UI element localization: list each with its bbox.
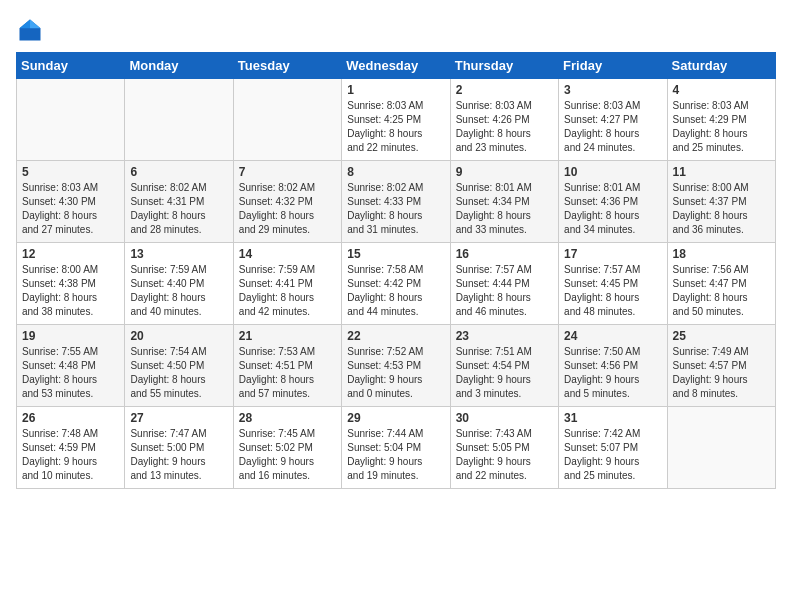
calendar-body: 1Sunrise: 8:03 AM Sunset: 4:25 PM Daylig… xyxy=(17,79,776,489)
day-info: Sunrise: 8:03 AM Sunset: 4:30 PM Dayligh… xyxy=(22,181,119,237)
calendar-cell: 19Sunrise: 7:55 AM Sunset: 4:48 PM Dayli… xyxy=(17,325,125,407)
day-number: 15 xyxy=(347,247,444,261)
calendar-cell: 12Sunrise: 8:00 AM Sunset: 4:38 PM Dayli… xyxy=(17,243,125,325)
calendar-week-1: 1Sunrise: 8:03 AM Sunset: 4:25 PM Daylig… xyxy=(17,79,776,161)
calendar-cell: 28Sunrise: 7:45 AM Sunset: 5:02 PM Dayli… xyxy=(233,407,341,489)
day-info: Sunrise: 7:54 AM Sunset: 4:50 PM Dayligh… xyxy=(130,345,227,401)
calendar-cell: 13Sunrise: 7:59 AM Sunset: 4:40 PM Dayli… xyxy=(125,243,233,325)
day-info: Sunrise: 7:48 AM Sunset: 4:59 PM Dayligh… xyxy=(22,427,119,483)
day-number: 19 xyxy=(22,329,119,343)
calendar-cell: 29Sunrise: 7:44 AM Sunset: 5:04 PM Dayli… xyxy=(342,407,450,489)
day-info: Sunrise: 8:03 AM Sunset: 4:27 PM Dayligh… xyxy=(564,99,661,155)
day-of-week-tuesday: Tuesday xyxy=(233,53,341,79)
calendar-cell: 26Sunrise: 7:48 AM Sunset: 4:59 PM Dayli… xyxy=(17,407,125,489)
header xyxy=(16,16,776,44)
calendar-cell: 11Sunrise: 8:00 AM Sunset: 4:37 PM Dayli… xyxy=(667,161,775,243)
day-number: 7 xyxy=(239,165,336,179)
day-info: Sunrise: 8:03 AM Sunset: 4:26 PM Dayligh… xyxy=(456,99,553,155)
day-number: 22 xyxy=(347,329,444,343)
day-number: 12 xyxy=(22,247,119,261)
day-info: Sunrise: 7:42 AM Sunset: 5:07 PM Dayligh… xyxy=(564,427,661,483)
day-number: 23 xyxy=(456,329,553,343)
day-number: 17 xyxy=(564,247,661,261)
day-number: 29 xyxy=(347,411,444,425)
day-info: Sunrise: 7:49 AM Sunset: 4:57 PM Dayligh… xyxy=(673,345,770,401)
calendar-cell: 15Sunrise: 7:58 AM Sunset: 4:42 PM Dayli… xyxy=(342,243,450,325)
day-of-week-thursday: Thursday xyxy=(450,53,558,79)
day-info: Sunrise: 7:44 AM Sunset: 5:04 PM Dayligh… xyxy=(347,427,444,483)
calendar-cell: 21Sunrise: 7:53 AM Sunset: 4:51 PM Dayli… xyxy=(233,325,341,407)
calendar-cell: 6Sunrise: 8:02 AM Sunset: 4:31 PM Daylig… xyxy=(125,161,233,243)
calendar-cell: 30Sunrise: 7:43 AM Sunset: 5:05 PM Dayli… xyxy=(450,407,558,489)
day-of-week-saturday: Saturday xyxy=(667,53,775,79)
day-number: 25 xyxy=(673,329,770,343)
day-info: Sunrise: 8:03 AM Sunset: 4:25 PM Dayligh… xyxy=(347,99,444,155)
day-of-week-monday: Monday xyxy=(125,53,233,79)
day-number: 24 xyxy=(564,329,661,343)
day-number: 16 xyxy=(456,247,553,261)
day-number: 20 xyxy=(130,329,227,343)
day-info: Sunrise: 8:00 AM Sunset: 4:37 PM Dayligh… xyxy=(673,181,770,237)
day-of-week-wednesday: Wednesday xyxy=(342,53,450,79)
day-number: 8 xyxy=(347,165,444,179)
calendar-cell: 16Sunrise: 7:57 AM Sunset: 4:44 PM Dayli… xyxy=(450,243,558,325)
calendar-week-4: 19Sunrise: 7:55 AM Sunset: 4:48 PM Dayli… xyxy=(17,325,776,407)
calendar-cell: 31Sunrise: 7:42 AM Sunset: 5:07 PM Dayli… xyxy=(559,407,667,489)
calendar-cell: 22Sunrise: 7:52 AM Sunset: 4:53 PM Dayli… xyxy=(342,325,450,407)
day-number: 30 xyxy=(456,411,553,425)
day-info: Sunrise: 7:59 AM Sunset: 4:41 PM Dayligh… xyxy=(239,263,336,319)
svg-marker-1 xyxy=(30,20,41,29)
day-info: Sunrise: 7:59 AM Sunset: 4:40 PM Dayligh… xyxy=(130,263,227,319)
day-info: Sunrise: 8:03 AM Sunset: 4:29 PM Dayligh… xyxy=(673,99,770,155)
day-info: Sunrise: 7:50 AM Sunset: 4:56 PM Dayligh… xyxy=(564,345,661,401)
day-number: 10 xyxy=(564,165,661,179)
day-number: 2 xyxy=(456,83,553,97)
calendar-cell: 17Sunrise: 7:57 AM Sunset: 4:45 PM Dayli… xyxy=(559,243,667,325)
calendar-week-5: 26Sunrise: 7:48 AM Sunset: 4:59 PM Dayli… xyxy=(17,407,776,489)
day-number: 27 xyxy=(130,411,227,425)
day-number: 9 xyxy=(456,165,553,179)
day-number: 13 xyxy=(130,247,227,261)
logo xyxy=(16,16,48,44)
calendar-cell: 20Sunrise: 7:54 AM Sunset: 4:50 PM Dayli… xyxy=(125,325,233,407)
calendar-cell: 9Sunrise: 8:01 AM Sunset: 4:34 PM Daylig… xyxy=(450,161,558,243)
day-number: 28 xyxy=(239,411,336,425)
day-number: 1 xyxy=(347,83,444,97)
calendar-cell xyxy=(667,407,775,489)
day-info: Sunrise: 7:51 AM Sunset: 4:54 PM Dayligh… xyxy=(456,345,553,401)
calendar-table: SundayMondayTuesdayWednesdayThursdayFrid… xyxy=(16,52,776,489)
svg-marker-2 xyxy=(20,20,31,29)
day-info: Sunrise: 7:56 AM Sunset: 4:47 PM Dayligh… xyxy=(673,263,770,319)
calendar-cell: 7Sunrise: 8:02 AM Sunset: 4:32 PM Daylig… xyxy=(233,161,341,243)
day-info: Sunrise: 8:02 AM Sunset: 4:32 PM Dayligh… xyxy=(239,181,336,237)
calendar-cell: 8Sunrise: 8:02 AM Sunset: 4:33 PM Daylig… xyxy=(342,161,450,243)
calendar-cell: 2Sunrise: 8:03 AM Sunset: 4:26 PM Daylig… xyxy=(450,79,558,161)
calendar-cell: 25Sunrise: 7:49 AM Sunset: 4:57 PM Dayli… xyxy=(667,325,775,407)
calendar-cell: 3Sunrise: 8:03 AM Sunset: 4:27 PM Daylig… xyxy=(559,79,667,161)
day-number: 3 xyxy=(564,83,661,97)
day-number: 14 xyxy=(239,247,336,261)
day-number: 21 xyxy=(239,329,336,343)
day-info: Sunrise: 8:01 AM Sunset: 4:36 PM Dayligh… xyxy=(564,181,661,237)
day-info: Sunrise: 8:02 AM Sunset: 4:33 PM Dayligh… xyxy=(347,181,444,237)
day-number: 31 xyxy=(564,411,661,425)
calendar-cell xyxy=(125,79,233,161)
day-of-week-sunday: Sunday xyxy=(17,53,125,79)
calendar-cell: 23Sunrise: 7:51 AM Sunset: 4:54 PM Dayli… xyxy=(450,325,558,407)
page-container: SundayMondayTuesdayWednesdayThursdayFrid… xyxy=(0,0,792,497)
calendar-cell: 24Sunrise: 7:50 AM Sunset: 4:56 PM Dayli… xyxy=(559,325,667,407)
calendar-week-2: 5Sunrise: 8:03 AM Sunset: 4:30 PM Daylig… xyxy=(17,161,776,243)
calendar-week-3: 12Sunrise: 8:00 AM Sunset: 4:38 PM Dayli… xyxy=(17,243,776,325)
day-info: Sunrise: 7:47 AM Sunset: 5:00 PM Dayligh… xyxy=(130,427,227,483)
calendar-header: SundayMondayTuesdayWednesdayThursdayFrid… xyxy=(17,53,776,79)
calendar-cell: 10Sunrise: 8:01 AM Sunset: 4:36 PM Dayli… xyxy=(559,161,667,243)
day-number: 6 xyxy=(130,165,227,179)
calendar-cell xyxy=(17,79,125,161)
day-number: 26 xyxy=(22,411,119,425)
logo-icon xyxy=(16,16,44,44)
day-number: 4 xyxy=(673,83,770,97)
day-info: Sunrise: 7:55 AM Sunset: 4:48 PM Dayligh… xyxy=(22,345,119,401)
day-info: Sunrise: 8:01 AM Sunset: 4:34 PM Dayligh… xyxy=(456,181,553,237)
days-of-week-row: SundayMondayTuesdayWednesdayThursdayFrid… xyxy=(17,53,776,79)
day-info: Sunrise: 7:43 AM Sunset: 5:05 PM Dayligh… xyxy=(456,427,553,483)
